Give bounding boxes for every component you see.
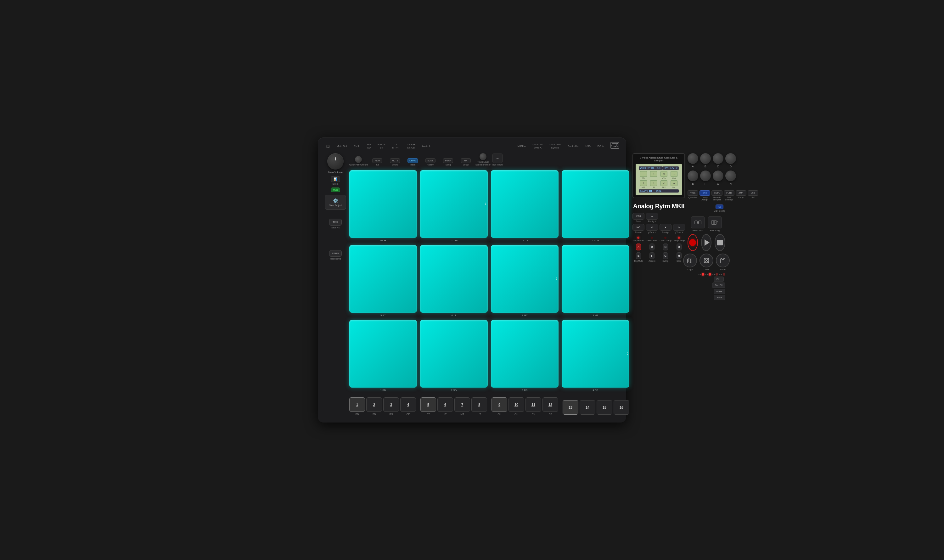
pad-5[interactable] xyxy=(349,245,417,313)
knob-c[interactable] xyxy=(713,153,724,164)
record-button[interactable] xyxy=(688,234,698,251)
page-led-label-44: 4:4 xyxy=(719,273,722,275)
tap-tempo-button[interactable]: ~ xyxy=(493,154,502,163)
step-button-10[interactable]: 10 xyxy=(508,397,524,412)
step-button-12[interactable]: 12 xyxy=(542,397,558,412)
fix-button[interactable]: FIX xyxy=(460,158,471,163)
pad-9[interactable] xyxy=(349,170,417,238)
fill-button[interactable]: FILL xyxy=(714,277,724,282)
knob-f[interactable] xyxy=(700,171,711,181)
step-button-6[interactable]: 6 xyxy=(437,397,453,412)
g-button[interactable]: G xyxy=(663,252,668,259)
step-button-15[interactable]: 15 xyxy=(597,400,612,415)
f-button[interactable]: F xyxy=(650,252,654,259)
step-5-label: BT xyxy=(427,413,430,415)
b-button[interactable]: B xyxy=(650,243,655,251)
step-button-3[interactable]: 3 xyxy=(383,397,399,412)
cue-fill-button[interactable]: Cue Fill xyxy=(712,283,725,288)
step-button-14[interactable]: 14 xyxy=(580,400,595,415)
step-button-9[interactable]: 9 xyxy=(491,397,507,412)
h-button[interactable]: H xyxy=(676,252,682,259)
pad-11[interactable] xyxy=(491,170,559,238)
knob-e-label: E xyxy=(692,182,694,185)
mute-seq-button[interactable]: MUTE xyxy=(390,158,400,163)
step-button-11[interactable]: 11 xyxy=(525,397,541,412)
pad-12[interactable] xyxy=(562,170,629,238)
new-chain-button[interactable]: New Chain xyxy=(691,217,705,232)
pad-1[interactable] xyxy=(349,320,417,388)
pad-10[interactable] xyxy=(420,170,488,238)
step-button-7[interactable]: 7 xyxy=(454,397,470,412)
step-button-13[interactable]: 13 xyxy=(563,400,578,415)
play-button[interactable]: PLAY xyxy=(372,158,382,163)
page-led-label-24: 2:4 xyxy=(705,273,708,275)
utime-plus-button[interactable]: > xyxy=(673,224,685,231)
no-button[interactable]: NO xyxy=(633,224,644,231)
page-button[interactable]: PAGE xyxy=(714,289,725,294)
retrig-plus-label: Retrig + xyxy=(648,220,656,222)
lfo-button[interactable]: LFO xyxy=(748,190,758,196)
track-level-knob[interactable] xyxy=(480,153,487,160)
d-button[interactable]: D xyxy=(676,243,682,251)
pad-cell-7: 7 MT xyxy=(491,245,559,317)
trig-button[interactable]: TRIG xyxy=(688,190,698,196)
step-button-5[interactable]: 5 xyxy=(420,397,436,412)
perf-button[interactable]: PERF xyxy=(443,158,453,163)
pad-4[interactable] xyxy=(562,320,629,388)
e-button[interactable]: E xyxy=(636,252,641,259)
knob-g[interactable] xyxy=(713,171,724,181)
e-cell: E Trig Mute xyxy=(633,252,644,262)
direct-button[interactable]: 📊 xyxy=(331,176,340,182)
knob-indicator xyxy=(335,157,336,160)
smpl-button[interactable]: SMPL xyxy=(711,190,722,196)
fx-button[interactable]: FX xyxy=(716,205,724,209)
knob-h[interactable] xyxy=(725,171,736,181)
clear-button[interactable] xyxy=(699,254,713,268)
mute-button[interactable]: Mute xyxy=(331,188,340,192)
step-button-16[interactable]: 16 xyxy=(614,400,629,415)
chro-button[interactable]: CHRO xyxy=(408,158,418,163)
play-transport-button[interactable] xyxy=(701,234,711,251)
no-cell: NO Reload xyxy=(633,224,644,234)
trk-button[interactable]: TRK xyxy=(329,218,342,226)
main-volume-knob[interactable] xyxy=(327,153,343,169)
utime-minus-button[interactable]: < xyxy=(646,224,658,231)
step-button-4[interactable]: 4 xyxy=(400,397,416,412)
scale-button[interactable]: Scale xyxy=(714,295,725,300)
pad-6-label: 6 LT xyxy=(451,314,456,317)
pad-8-label: 8 HT xyxy=(593,314,598,317)
src-button[interactable]: SRC xyxy=(699,190,710,196)
screen-param-hpf: ⌇ HPF xyxy=(639,180,648,188)
amp-button[interactable]: AMP xyxy=(736,190,746,196)
fltr-button[interactable]: FLTR xyxy=(724,190,735,196)
a-button[interactable]: A xyxy=(636,243,641,251)
step-cell-6: 6 LT xyxy=(437,397,453,415)
rtrg-button[interactable]: RTRG xyxy=(329,250,342,257)
copy-button[interactable] xyxy=(683,254,697,268)
retrig-plus-button[interactable]: ∧ xyxy=(646,213,658,220)
step-button-8[interactable]: 8 xyxy=(471,397,487,412)
knob-a[interactable] xyxy=(688,153,698,164)
knob-b[interactable] xyxy=(700,153,711,164)
stop-button[interactable] xyxy=(715,234,725,251)
save-project-button[interactable]: ⚙️ Save Project xyxy=(325,195,346,210)
paste-button[interactable] xyxy=(716,254,730,268)
pad-2[interactable] xyxy=(420,320,488,388)
yes-button[interactable]: YES xyxy=(633,213,644,220)
edit-song-button[interactable]: Edit Song xyxy=(708,217,722,232)
pad-6[interactable] xyxy=(420,245,488,313)
scne-button[interactable]: SCNE xyxy=(425,158,436,163)
sequential-led-dot xyxy=(637,237,639,239)
pad-7[interactable] xyxy=(491,245,559,313)
c-button[interactable]: C xyxy=(663,243,668,251)
knob-e[interactable] xyxy=(688,171,698,181)
slot-label: [A01] xyxy=(656,190,662,192)
direct-label: Direct xyxy=(333,183,338,185)
step-button-2[interactable]: 2 xyxy=(366,397,382,412)
pad-8[interactable] xyxy=(562,245,629,313)
pad-3[interactable] xyxy=(491,320,559,388)
quick-perf-knob[interactable] xyxy=(355,156,362,163)
step-button-1[interactable]: 1 xyxy=(349,397,365,412)
knob-d[interactable] xyxy=(725,153,736,164)
retrig-minus-button[interactable]: ∨ xyxy=(659,224,671,231)
